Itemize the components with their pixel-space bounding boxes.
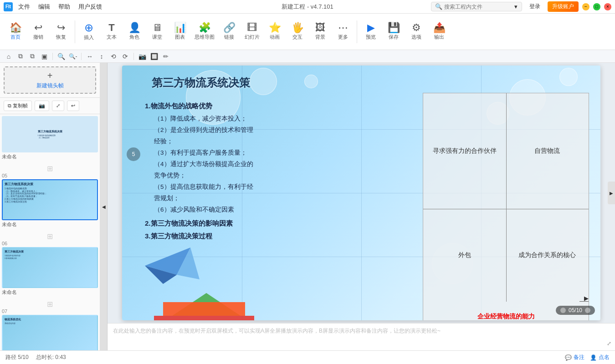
notes-area[interactable]: 在此处输入您的备注内容，在预览时开启双屏模式，可以实现A屏全屏播放演示内容，B屏… <box>108 323 615 350</box>
toolbar-more[interactable]: ⋯ 更多 <box>332 21 354 42</box>
sidebar-collapse-button[interactable]: ◀ <box>100 63 108 350</box>
edit-btn[interactable]: ✏ <box>161 51 171 61</box>
content-line-3b: 经验； <box>154 136 368 147</box>
bg-icon: 🖼 <box>315 23 325 33</box>
toolbar-classroom[interactable]: 🖥 课堂 <box>146 21 168 42</box>
search-box[interactable]: 🔍 ▾ <box>431 2 522 11</box>
content-line-1: 1.物流外包的战略优势 <box>145 100 368 112</box>
right-collapse-button[interactable]: ▶ <box>608 182 615 204</box>
toolbar-home[interactable]: 🏠 首页 <box>5 21 26 42</box>
spacer-icon-2: ⊞ <box>47 232 53 241</box>
zoom-in-btn[interactable]: 🔍 <box>56 51 66 61</box>
slide-number-05: 05 <box>2 173 98 178</box>
notes-placeholder: 在此处输入您的备注内容，在预览时开启双屏模式，可以实现A屏全屏播放演示内容，B屏… <box>113 328 441 334</box>
total-duration: 总时长: 0:43 <box>36 354 66 361</box>
toolbar-options-label: 选项 <box>411 34 421 40</box>
home-icon-btn[interactable]: ⌂ <box>4 51 14 61</box>
toolbar-mindmap[interactable]: 🧩 思维导图 <box>192 21 217 42</box>
copy-frame-btn[interactable]: ⧉ 复制帧 <box>4 101 32 111</box>
matrix-cell-bottom-right: 成为合作关系的核心 <box>506 209 589 302</box>
slide-title[interactable]: 第三方物流系统决策 <box>152 76 250 90</box>
toolbar-save[interactable]: 💾 保存 <box>383 21 405 42</box>
upgrade-button[interactable]: 升级账户 <box>548 1 579 12</box>
home-icon: 🏠 <box>10 23 22 33</box>
toolbar-divider-1 <box>75 20 75 43</box>
menu-edit[interactable]: 编辑 <box>35 2 54 12</box>
slide-canvas[interactable]: 5 第三方物流系统决策 1.物流外包的战略优势 （1）降低成本，减少资本投入； … <box>122 66 600 320</box>
rotate-right-btn[interactable]: ⟳ <box>120 51 130 61</box>
selection-btn[interactable]: 🔲 <box>149 51 159 61</box>
fit-height-btn[interactable]: ↕ <box>97 51 107 61</box>
menu-help[interactable]: 帮助 <box>55 2 74 12</box>
toolbar-bg-label: 背景 <box>315 34 325 40</box>
slide-spacer-1: ⊞ <box>2 164 98 173</box>
toolbar-slide[interactable]: 🎞 幻灯片 <box>241 21 263 42</box>
toolbar-divider-2 <box>357 20 357 43</box>
canvas-wrapper[interactable]: 5 第三方物流系统决策 1.物流外包的战略优势 （1）降低成本，减少资本投入； … <box>108 63 615 323</box>
frame-icon-btn[interactable]: ▣ <box>39 51 49 61</box>
camera-btn[interactable]: 📷 <box>35 101 49 111</box>
character-icon: 👤 <box>128 23 141 33</box>
toolbar-preview[interactable]: ▶ 预览 <box>360 21 382 42</box>
export-icon: 📤 <box>433 23 446 33</box>
content-line-6b: 营规划； <box>154 193 368 204</box>
fit-width-btn[interactable]: ↔ <box>85 51 95 61</box>
rotate-icon: ↩ <box>71 103 75 109</box>
rotate-left-btn[interactable]: ⟲ <box>108 51 118 61</box>
comment-label: 备注 <box>574 354 584 361</box>
close-button[interactable]: × <box>604 3 611 10</box>
notes-expand-icon[interactable]: ⤢ <box>607 340 611 347</box>
toolbar-animation[interactable]: ⭐ 动画 <box>264 21 286 42</box>
minimize-button[interactable]: − <box>582 3 589 10</box>
comment-icon: 💬 <box>565 354 572 361</box>
slide-thumb-06[interactable]: 第三方物流决策 1.物流外包决策内容2.影响因素分析 <box>2 247 98 288</box>
toolbar-interact[interactable]: 🖐 交互 <box>287 21 308 42</box>
link-icon: 🔗 <box>223 23 236 33</box>
menu-feedback[interactable]: 用户反馈 <box>75 2 106 12</box>
maximize-button[interactable]: □ <box>593 3 600 10</box>
plus-icon: + <box>47 71 53 81</box>
status-left: 路径 5/10 总时长: 0:43 <box>5 354 66 361</box>
toolbar-insert-label: 插入 <box>84 34 94 41</box>
zoom-out-btn[interactable]: 🔍- <box>68 51 78 61</box>
slide-item-07[interactable]: 07 物流系统优化 系统优化内容 未命名 <box>2 308 98 350</box>
toolbar-undo[interactable]: ↩ 撤销 <box>27 21 49 42</box>
login-button[interactable]: 登录 <box>526 2 544 11</box>
search-input[interactable] <box>444 4 512 10</box>
copy-icon-btn[interactable]: ⧉ <box>15 51 26 61</box>
search-dropdown-icon[interactable]: ▾ <box>514 3 518 10</box>
toolbar-preview-label: 预览 <box>366 34 376 40</box>
duplicate-icon-btn[interactable]: ⧉ <box>27 51 37 61</box>
redo-icon: ↪ <box>57 23 65 33</box>
slide-item-05[interactable]: 05 第三方物流系统决策 1.物流外包的战略优势（1）降低成本，减少资本投入；（… <box>2 173 98 228</box>
slide-number-07: 07 <box>2 308 98 314</box>
cell-bl-text: 外包 <box>458 251 471 259</box>
expand-tool-btn[interactable]: ⤢ <box>52 101 64 111</box>
toolbar-bg[interactable]: 🖼 背景 <box>309 21 331 42</box>
rotate-tool-btn[interactable]: ↩ <box>67 101 79 111</box>
slide-thumb-05[interactable]: 第三方物流系统决策 1.物流外包的战略优势（1）降低成本，减少资本投入；（2）是… <box>2 179 98 220</box>
new-frame-button[interactable]: + 新建镜头帧 <box>4 66 96 94</box>
toolbar-redo[interactable]: ↪ 恢复 <box>50 21 72 42</box>
toolbar-chart[interactable]: 📊 图表 <box>169 21 191 42</box>
comment-tool[interactable]: 💬 备注 <box>565 354 584 361</box>
cell-tr-text: 自营物流 <box>534 147 560 155</box>
slide-item-placeholder[interactable]: 第三方物流系统决策 1.物流外包的战略优势（1）降低成本 未命名 <box>2 116 98 160</box>
window-controls: − □ × <box>582 3 611 10</box>
slide-thumb-07[interactable]: 物流系统优化 系统优化内容 <box>2 315 98 350</box>
slide-item-06[interactable]: 06 第三方物流决策 1.物流外包决策内容2.影响因素分析 未命名 <box>2 241 98 296</box>
slide-text-content[interactable]: 1.物流外包的战略优势 （1）降低成本，减少资本投入； （2）是企业得到先进的技… <box>145 100 368 243</box>
toolbar-link[interactable]: 🔗 链接 <box>218 21 240 42</box>
screenshot-btn[interactable]: 📷 <box>137 51 147 61</box>
toolbar-text[interactable]: T 文本 <box>101 21 123 42</box>
toolbar-export[interactable]: 📤 输出 <box>428 21 450 42</box>
menu-file[interactable]: 文件 <box>15 2 34 12</box>
toolbar-insert[interactable]: ⊕ 插入 <box>78 20 100 43</box>
points-tool[interactable]: 👤 点名 <box>590 354 610 361</box>
toolbar-options[interactable]: ⚙ 选项 <box>405 21 427 42</box>
toolbar-character[interactable]: 👤 角色 <box>123 21 145 42</box>
more-icon: ⋯ <box>338 23 348 33</box>
content-line-3: （2）是企业得到先进的技术和管理 <box>154 125 368 136</box>
matrix-container[interactable]: ▶ 寻求强有力的合作伙伴 自营物流 外包 成为合作关系的核心 <box>423 93 589 320</box>
content-line-5: （4）通过扩大市场份额提高企业的 <box>154 159 368 170</box>
